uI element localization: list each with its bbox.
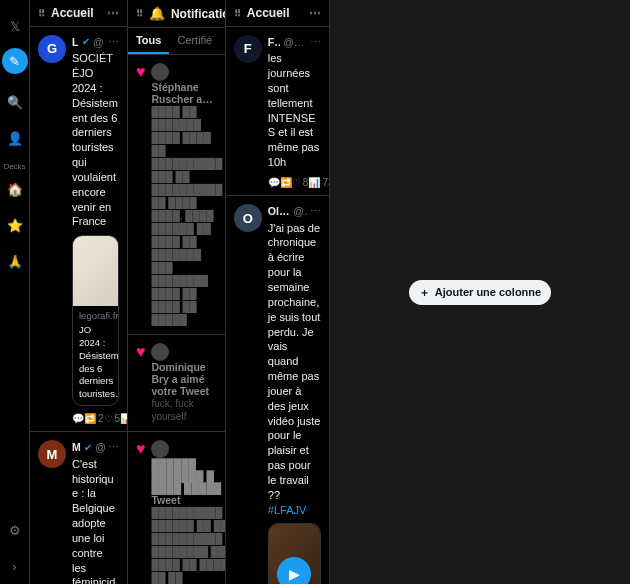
settings-icon[interactable]: ⚙ bbox=[5, 520, 25, 540]
deck-item-3[interactable]: 🙏 bbox=[5, 251, 25, 271]
grip-icon: ⠿ bbox=[136, 8, 143, 19]
column-header[interactable]: ⠿ Accueil ⋯ bbox=[226, 0, 329, 27]
tweet-actions: 💬 🔁 2 ♡ 5 📊 102 ↗ bbox=[72, 412, 119, 426]
add-column-label: Ajouter une colonne bbox=[435, 286, 541, 298]
column-title: Notifications bbox=[171, 7, 226, 21]
user-name[interactable]: Le Gorafi bbox=[72, 35, 79, 49]
grip-icon: ⠿ bbox=[234, 8, 241, 19]
heart-icon: ♥ bbox=[136, 440, 146, 584]
feed: G Le Gorafi ✔ @le_gorafi · 35s ⋯ SOCIÉTÉ… bbox=[30, 27, 127, 584]
notif-preview: ████ ██ ███████ ████ ████ ██ ██████████ … bbox=[151, 105, 222, 326]
verified-badge-icon: ✔ bbox=[84, 441, 92, 455]
link-card[interactable]: legorafi.fr JO 2024 : Désistement des 6 … bbox=[72, 235, 119, 406]
video-thumbnail: ▶ GIF ALT bbox=[269, 524, 320, 584]
retweet-button[interactable]: 🔁 bbox=[280, 176, 292, 190]
column-deck: ⠿ Accueil ⋯ G Le Gorafi ✔ @le_gorafi · 3… bbox=[30, 0, 330, 584]
avatar bbox=[151, 343, 169, 361]
tab-all[interactable]: Tous bbox=[128, 28, 169, 54]
avatar[interactable]: F bbox=[234, 35, 262, 63]
video-card[interactable]: ▶ GIF ALT bbox=[268, 523, 321, 584]
user-name[interactable]: Marie-Charlotte … bbox=[72, 440, 81, 454]
tweet-menu-icon[interactable]: ⋯ bbox=[310, 35, 321, 49]
card-domain: legorafi.fr bbox=[79, 310, 112, 323]
user-handle: @MC_Garin · 1 min bbox=[95, 440, 105, 454]
feather-icon: ✎ bbox=[9, 54, 20, 69]
expand-icon[interactable]: › bbox=[5, 556, 25, 576]
tweet-text: SOCIÉTÉJO 2024 : Désistement des 6 derni… bbox=[72, 51, 119, 229]
tweet[interactable]: O Olivier Bénis, si si c'…@Olivi… · 21h⋯… bbox=[226, 196, 329, 584]
views-count: 📊 102 bbox=[120, 412, 127, 426]
notif-title: ██████ ███████ █ ████ █████ Tweet bbox=[151, 458, 224, 506]
user-name[interactable]: FibreTigre bbox=[268, 35, 280, 49]
notif-preview: fuck, fuck yourself bbox=[151, 397, 216, 423]
tweet-text: C'est historique : la Belgique adopte un… bbox=[72, 457, 119, 584]
retweet-button[interactable]: 🔁 2 bbox=[84, 412, 104, 426]
column-header[interactable]: ⠿ Accueil ⋯ bbox=[30, 0, 127, 27]
tweet[interactable]: G Le Gorafi ✔ @le_gorafi · 35s ⋯ SOCIÉTÉ… bbox=[30, 27, 127, 432]
column-title: Accueil bbox=[51, 6, 94, 20]
notif-title: Dominique Bry a aimé votre Tweet bbox=[151, 361, 216, 397]
column-menu-icon[interactable]: ⋯ bbox=[107, 6, 119, 20]
avatar bbox=[151, 63, 169, 81]
column-menu-icon[interactable]: ⋯ bbox=[309, 6, 321, 20]
tab-verified[interactable]: Certifié bbox=[169, 28, 220, 54]
user-handle: @FibreTigre · 14 min bbox=[283, 35, 307, 49]
avatar bbox=[151, 440, 169, 458]
user-handle: @le_gorafi · 35s bbox=[93, 35, 105, 49]
reply-button[interactable]: 💬 bbox=[268, 176, 280, 190]
play-button-icon[interactable]: ▶ bbox=[277, 557, 311, 584]
avatar[interactable]: M bbox=[38, 440, 66, 468]
tweet[interactable]: M Marie-Charlotte … ✔ @MC_Garin · 1 min … bbox=[30, 432, 127, 584]
card-title: JO 2024 : Désistement des 6 derniers tou… bbox=[79, 324, 112, 401]
tweet-menu-icon[interactable]: ⋯ bbox=[310, 204, 321, 218]
views-count: 📊 731 bbox=[308, 176, 329, 190]
avatar[interactable]: O bbox=[234, 204, 262, 232]
grip-icon: ⠿ bbox=[38, 8, 45, 19]
notification-feed: ♥ Stéphane Ruscher a… ████ ██ ███████ ██… bbox=[128, 55, 225, 584]
notification[interactable]: ♥ ██████ ███████ █ ████ █████ Tweet ████… bbox=[128, 432, 225, 584]
card-image bbox=[73, 236, 118, 306]
add-column-button[interactable]: ＋ Ajouter une colonne bbox=[409, 280, 551, 305]
search-icon[interactable]: 🔍 bbox=[5, 92, 25, 112]
bell-icon: 🔔 bbox=[149, 6, 165, 21]
notification[interactable]: ♥ Dominique Bry a aimé votre Tweet fuck,… bbox=[128, 335, 225, 432]
notification-tabs: Tous Certifié Mentions bbox=[128, 28, 225, 55]
tweet-text: J'ai pas de chronique à écrire pour la s… bbox=[268, 221, 321, 518]
notif-preview: ██████████ ██████ ██ ███ ██████████ ████… bbox=[151, 506, 224, 584]
compose-button[interactable]: ✎ bbox=[2, 48, 28, 74]
tweet-menu-icon[interactable]: ⋯ bbox=[108, 35, 119, 49]
profile-icon[interactable]: 👤 bbox=[5, 128, 25, 148]
user-handle: @Olivi… · 21h bbox=[293, 204, 307, 218]
tweet-hashtag[interactable]: #LFAJV bbox=[268, 504, 307, 516]
heart-icon: ♥ bbox=[136, 343, 146, 423]
heart-icon: ♥ bbox=[136, 63, 146, 326]
bird-icon[interactable]: 𝕏 bbox=[5, 16, 25, 36]
column-title: Accueil bbox=[247, 6, 290, 20]
like-button[interactable]: ♡ 8 bbox=[292, 176, 309, 190]
side-panel: ＋ Ajouter une colonne bbox=[330, 0, 630, 584]
deck-item-2[interactable]: ⭐ bbox=[5, 215, 25, 235]
like-button[interactable]: ♡ 5 bbox=[104, 412, 121, 426]
column-accueil-1: ⠿ Accueil ⋯ G Le Gorafi ✔ @le_gorafi · 3… bbox=[30, 0, 128, 584]
column-header[interactable]: ⠿ 🔔 Notifications ⋯ bbox=[128, 0, 225, 28]
deck-item-1[interactable]: 🏠 bbox=[5, 179, 25, 199]
notification[interactable]: ♥ Stéphane Ruscher a… ████ ██ ███████ ██… bbox=[128, 55, 225, 335]
tweet[interactable]: F FibreTigre@FibreTigre · 14 min⋯ les jo… bbox=[226, 27, 329, 196]
column-notifications: ⠿ 🔔 Notifications ⋯ Tous Certifié Mentio… bbox=[128, 0, 226, 584]
user-name[interactable]: Olivier Bénis, si si c'… bbox=[268, 204, 291, 218]
feed: F FibreTigre@FibreTigre · 14 min⋯ les jo… bbox=[226, 27, 329, 584]
tweet-menu-icon[interactable]: ⋯ bbox=[108, 440, 119, 454]
tweet-text: les journées sont tellement INTENSES et … bbox=[268, 51, 321, 170]
avatar[interactable]: G bbox=[38, 35, 66, 63]
verified-badge-icon: ✔ bbox=[82, 35, 90, 49]
plus-icon: ＋ bbox=[419, 285, 430, 300]
left-rail: 𝕏 ✎ 🔍 👤 Decks 🏠 ⭐ 🙏 ⚙ › bbox=[0, 0, 30, 584]
column-accueil-2: ⠿ Accueil ⋯ F FibreTigre@FibreTigre · 14… bbox=[226, 0, 330, 584]
notif-title: Stéphane Ruscher a… bbox=[151, 81, 222, 105]
decks-label: Decks bbox=[3, 162, 25, 171]
reply-button[interactable]: 💬 bbox=[72, 412, 84, 426]
